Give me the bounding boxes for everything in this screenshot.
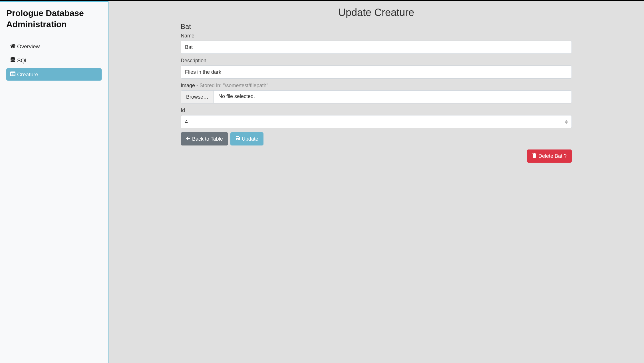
form-group-image: Image - Stored in: "/some/test/filepath"… [181,83,572,103]
sidebar-item-label: Creature [17,71,38,78]
main-content: Update Creature Bat Name Description Ima… [108,1,644,363]
divider [6,352,102,352]
save-icon [236,136,240,142]
sidebar-item-sql[interactable]: SQL [6,54,102,67]
form-group-id: Id [181,107,572,128]
app-title: Prologue Database Administration [6,7,102,30]
description-label: Description [181,58,572,64]
sidebar-item-label: Overview [17,43,40,50]
sidebar: Prologue Database Administration Overvie… [0,1,108,363]
chevron-up-icon [565,120,568,122]
trash-icon [532,153,537,159]
table-icon [10,71,15,78]
image-hint: - Stored in: "/some/test/filepath" [195,83,268,88]
file-status: No file selected. [214,91,259,103]
form-group-name: Name [181,33,572,54]
arrow-left-icon [186,136,190,142]
name-input[interactable] [181,41,572,54]
browse-button[interactable]: Browse… [181,91,214,103]
sidebar-nav: Overview SQL Creature [6,40,102,82]
action-row: Back to Table Update [181,132,572,145]
name-label: Name [181,33,572,39]
delete-button[interactable]: Delete Bat ? [527,149,572,163]
update-button-label: Update [242,136,258,142]
chevron-down-icon [565,122,568,124]
id-input[interactable] [181,115,572,128]
sidebar-item-overview[interactable]: Overview [6,40,102,53]
update-button[interactable]: Update [230,132,263,145]
image-label: Image - Stored in: "/some/test/filepath" [181,83,572,89]
id-label: Id [181,107,572,113]
back-button[interactable]: Back to Table [181,132,228,145]
divider [6,35,102,35]
form-group-description: Description [181,58,572,79]
page-title: Update Creature [108,7,644,19]
sidebar-item-creature[interactable]: Creature [6,68,102,81]
entity-name: Bat [181,23,572,31]
database-icon [10,57,15,64]
sidebar-item-label: SQL [17,57,28,64]
description-input[interactable] [181,65,572,79]
delete-row: Delete Bat ? [181,149,572,163]
back-button-label: Back to Table [192,136,223,142]
home-icon [10,43,15,50]
image-label-text: Image [181,83,195,88]
file-input-row: Browse… No file selected. [181,90,572,103]
number-stepper-icon[interactable] [565,119,569,125]
delete-button-label: Delete Bat ? [538,153,567,159]
